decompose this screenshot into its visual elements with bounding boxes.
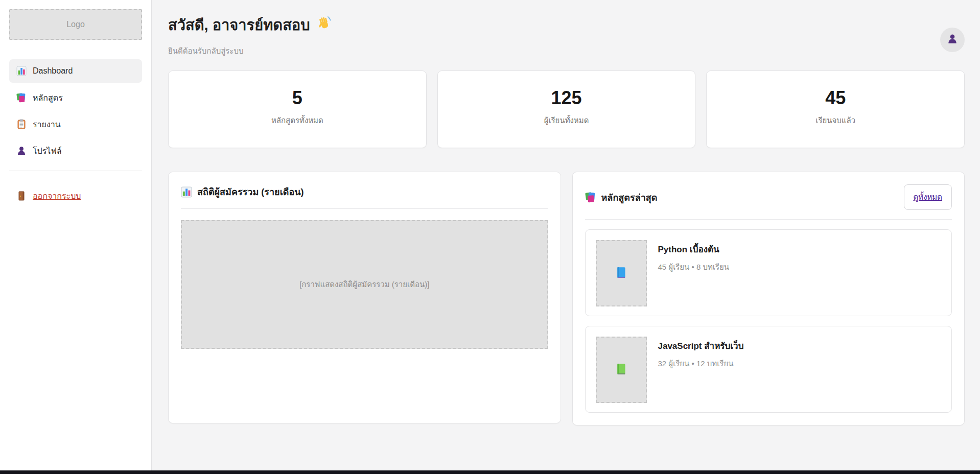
stat-card-completed: 45 เรียนจบแล้ว <box>706 70 965 148</box>
greeting-text: สวัสดี, อาจารย์ทดสอบ <box>168 13 310 37</box>
greeting-block: สวัสดี, อาจารย์ทดสอบ ยินดีต้อนรับกลับสู่… <box>168 13 332 57</box>
bar-chart-icon <box>16 66 27 76</box>
panel-title: สถิติผู้สมัครรวม (รายเดือน) <box>181 184 304 199</box>
stat-label: ผู้เรียนทั้งหมด <box>544 114 589 127</box>
green-book-icon <box>615 363 627 377</box>
door-icon <box>16 191 27 201</box>
stat-label: เรียนจบแล้ว <box>815 114 855 127</box>
chart-placeholder-text: [กราฟแสดงสถิติผู้สมัครรวม (รายเดือน)] <box>299 278 429 291</box>
latest-courses-panel: หลักสูตรล่าสุด ดูทั้งหมด Python เบื้องต้… <box>572 172 965 425</box>
sidebar: Logo Dashboard หลักสูตร รายงาน <box>0 0 152 474</box>
sidebar-item-label: รายงาน <box>33 118 61 131</box>
view-all-button[interactable]: ดูทั้งหมด <box>904 184 952 210</box>
person-icon <box>16 146 27 156</box>
books-icon <box>585 192 596 203</box>
panel-divider <box>181 208 548 209</box>
panel-title-text: สถิติผู้สมัครรวม (รายเดือน) <box>197 184 304 199</box>
course-meta: 45 ผู้เรียน • 8 บทเรียน <box>658 261 730 273</box>
course-card-python[interactable]: Python เบื้องต้น 45 ผู้เรียน • 8 บทเรียน <box>585 229 952 316</box>
logo-text: Logo <box>66 20 85 29</box>
sidebar-item-label: โปรไฟล์ <box>33 145 62 157</box>
sidebar-divider <box>9 171 142 171</box>
panel-divider <box>585 219 952 220</box>
sidebar-item-profile[interactable]: โปรไฟล์ <box>9 139 142 162</box>
sidebar-item-label: Dashboard <box>33 66 73 76</box>
main-header: สวัสดี, อาจารย์ทดสอบ ยินดีต้อนรับกลับสู่… <box>168 13 965 57</box>
person-icon <box>947 33 958 46</box>
panel-title-row: หลักสูตรล่าสุด ดูทั้งหมด <box>585 184 952 210</box>
app-window: Logo Dashboard หลักสูตร รายงาน <box>0 0 980 474</box>
logout-label: ออกจากระบบ <box>33 189 81 202</box>
panel-title-text: หลักสูตรล่าสุด <box>601 190 658 205</box>
chart-placeholder: [กราฟแสดงสถิติผู้สมัครรวม (รายเดือน)] <box>181 220 548 349</box>
stat-label: หลักสูตรทั้งหมด <box>271 114 323 127</box>
page-subtitle: ยินดีต้อนรับกลับสู่ระบบ <box>168 45 332 57</box>
course-title: JavaScript สำหรับเว็บ <box>658 339 744 352</box>
sidebar-nav: Dashboard หลักสูตร รายงาน โปรไฟล์ <box>9 59 142 162</box>
sidebar-item-courses[interactable]: หลักสูตร <box>9 86 142 109</box>
stat-card-total-courses: 5 หลักสูตรทั้งหมด <box>168 70 427 148</box>
avatar[interactable] <box>940 28 965 52</box>
stat-value: 5 <box>292 89 302 107</box>
clipboard-icon <box>16 119 27 129</box>
sidebar-item-label: หลักสูตร <box>33 91 63 104</box>
course-meta: 32 ผู้เรียน • 12 บทเรียน <box>658 358 744 370</box>
page-title: สวัสดี, อาจารย์ทดสอบ <box>168 13 332 37</box>
logo-placeholder: Logo <box>9 9 142 40</box>
waving-hand-icon <box>316 16 332 35</box>
sidebar-item-dashboard[interactable]: Dashboard <box>9 59 142 83</box>
stats-row: 5 หลักสูตรทั้งหมด 125 ผู้เรียนทั้งหมด 45… <box>168 70 965 148</box>
course-info: JavaScript สำหรับเว็บ 32 ผู้เรียน • 12 บ… <box>658 337 744 402</box>
course-title: Python เบื้องต้น <box>658 242 730 256</box>
stat-value: 125 <box>551 89 581 107</box>
panel-title-row: สถิติผู้สมัครรวม (รายเดือน) <box>181 184 548 199</box>
logout-link[interactable]: ออกจากระบบ <box>9 185 142 206</box>
stat-card-total-students: 125 ผู้เรียนทั้งหมด <box>437 70 696 148</box>
course-info: Python เบื้องต้น 45 ผู้เรียน • 8 บทเรียน <box>658 240 730 305</box>
books-icon <box>16 92 27 103</box>
course-card-javascript[interactable]: JavaScript สำหรับเว็บ 32 ผู้เรียน • 12 บ… <box>585 326 952 413</box>
panel-title: หลักสูตรล่าสุด <box>585 190 658 205</box>
main-content: สวัสดี, อาจารย์ทดสอบ ยินดีต้อนรับกลับสู่… <box>152 0 980 474</box>
course-thumbnail <box>596 240 647 306</box>
panels-row: สถิติผู้สมัครรวม (รายเดือน) [กราฟแสดงสถิ… <box>168 172 965 425</box>
stat-value: 45 <box>825 89 846 107</box>
course-thumbnail <box>596 337 647 403</box>
bottom-window-edge <box>0 470 980 474</box>
bar-chart-icon <box>181 186 192 198</box>
sidebar-item-reports[interactable]: รายงาน <box>9 112 142 136</box>
enrollment-stats-panel: สถิติผู้สมัครรวม (รายเดือน) [กราฟแสดงสถิ… <box>168 172 561 423</box>
blue-book-icon <box>615 266 627 281</box>
